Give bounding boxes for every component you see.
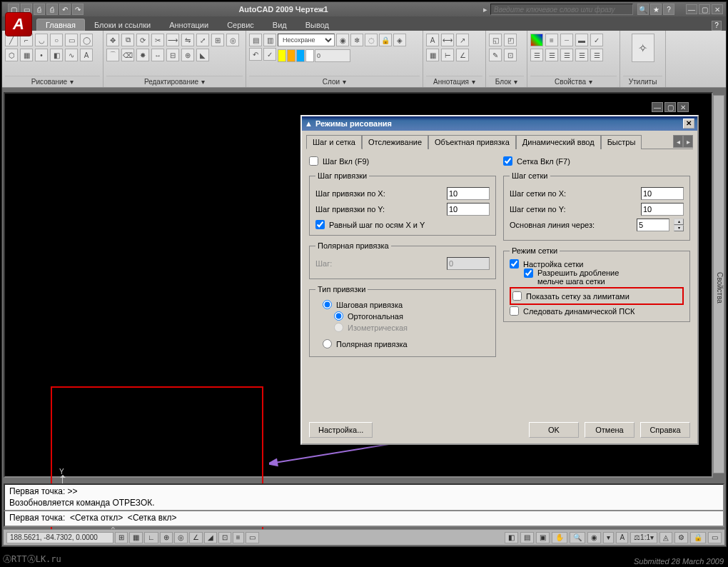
join-icon[interactable]: ⊕ (181, 49, 194, 61)
status-qp-icon[interactable]: ▭ (246, 532, 259, 543)
snap-ortho-radio[interactable] (334, 311, 343, 321)
block-attr-icon[interactable]: ⊡ (504, 49, 517, 61)
erase-icon[interactable]: ⌫ (121, 49, 134, 61)
follow-ucs-checkbox[interactable] (510, 306, 519, 316)
grid-on-checkbox[interactable] (503, 156, 512, 166)
qat-undo-icon[interactable]: ↶ (59, 4, 71, 15)
tab-quick[interactable]: Быстры (601, 135, 642, 149)
layer-lock2-icon[interactable] (296, 49, 305, 62)
layer-bulb-icon[interactable] (278, 49, 286, 62)
tab-blocks[interactable]: Блоки и ссылки (85, 19, 160, 31)
fillet-icon[interactable]: ⌒ (106, 49, 119, 61)
status-wheel-icon[interactable]: ◉ (587, 532, 601, 543)
tab-dyninput[interactable]: Динамический ввод (516, 135, 601, 149)
spline-icon[interactable]: ∿ (65, 49, 78, 61)
dimension-icon[interactable]: ⟷ (441, 34, 454, 46)
tab-view[interactable]: Вид (263, 19, 296, 31)
status-lwt-icon[interactable]: ≡ (233, 532, 244, 543)
adaptive-grid-checkbox[interactable] (510, 259, 519, 269)
status-pan-icon[interactable]: ✋ (552, 532, 567, 543)
layer-lock-icon[interactable]: 🔒 (379, 34, 392, 46)
hexagon-icon[interactable]: ⬡ (5, 49, 18, 61)
linetype-icon[interactable]: ┄ (560, 34, 573, 46)
search-icon[interactable]: 🔍 (637, 4, 649, 15)
status-scale[interactable]: ⚖ 1:1 ▾ (630, 532, 657, 543)
props-list5-icon[interactable]: ☰ (590, 49, 603, 61)
snap-on-checkbox[interactable] (309, 156, 318, 166)
dialog-close-button[interactable]: ✕ (683, 119, 694, 129)
block-create-icon[interactable]: ◰ (504, 34, 517, 46)
props-list3-icon[interactable]: ☰ (560, 49, 573, 61)
layer-color-icon[interactable] (305, 49, 314, 62)
region-icon[interactable]: ◧ (50, 49, 63, 61)
snap-y-input[interactable] (447, 203, 490, 216)
status-model-icon[interactable]: ◧ (505, 532, 518, 543)
block-edit-icon[interactable]: ✎ (489, 49, 502, 61)
doc-maximize-button[interactable]: ▢ (664, 102, 676, 112)
status-ducs-icon[interactable]: ◢ (204, 532, 217, 543)
favorite-icon[interactable]: ★ (650, 4, 662, 15)
status-annovis-icon[interactable]: ◬ (659, 532, 672, 543)
hatch-icon[interactable]: ▦ (20, 49, 33, 61)
ok-button[interactable]: OK (529, 422, 579, 438)
status-snap-icon[interactable]: ⊞ (115, 532, 128, 543)
point-icon[interactable]: • (35, 49, 48, 61)
explode-icon[interactable]: ✸ (136, 49, 149, 61)
array-icon[interactable]: ⊞ (211, 34, 224, 46)
offset-icon[interactable]: ◎ (226, 34, 239, 46)
layer-freeze-icon[interactable]: ❄ (350, 34, 363, 46)
match-props-icon[interactable]: ✓ (590, 34, 603, 46)
layer-zero[interactable]: 0 (315, 49, 350, 62)
arc-icon[interactable]: ◡ (35, 34, 48, 46)
status-dyn-icon[interactable]: ⊡ (218, 532, 231, 543)
doc-close-button[interactable]: ✕ (677, 102, 689, 112)
block-insert-icon[interactable]: ◱ (489, 34, 502, 46)
rect-icon[interactable]: ▭ (65, 34, 78, 46)
tab-scroll-right-icon[interactable]: ▸ (683, 135, 693, 148)
text-icon[interactable]: A (80, 49, 93, 61)
break-icon[interactable]: ⊟ (166, 49, 179, 61)
circle-icon[interactable]: ○ (50, 34, 63, 46)
layer-prev-icon[interactable]: ↶ (249, 48, 262, 61)
tab-annotations[interactable]: Аннотации (160, 19, 218, 31)
copy-icon[interactable]: ⧉ (121, 34, 134, 46)
props-list2-icon[interactable]: ☰ (545, 49, 558, 61)
tab-tracking[interactable]: Отслеживание (362, 135, 428, 149)
grid-beyond-limits-checkbox[interactable] (512, 291, 522, 301)
mtext-icon[interactable]: A (426, 34, 439, 46)
chevron-down-icon[interactable]: ▾ (589, 78, 592, 86)
layer-props-icon[interactable]: ▤ (249, 34, 262, 46)
status-ortho-icon[interactable]: ∟ (144, 532, 158, 543)
stretch-icon[interactable]: ↔ (151, 49, 164, 61)
qat-print-icon[interactable]: ⎙ (46, 4, 58, 15)
status-zoom-icon[interactable]: 🔍 (570, 532, 585, 543)
lineweight-icon[interactable]: ≡ (545, 34, 558, 46)
chevron-down-icon[interactable]: ▾ (343, 78, 346, 86)
equal-xy-checkbox[interactable] (315, 220, 325, 229)
qat-save-icon[interactable]: ⎙ (34, 4, 45, 15)
extend-icon[interactable]: ⟶ (166, 34, 179, 46)
help-button[interactable]: Справка (640, 422, 690, 438)
move-icon[interactable]: ✥ (106, 34, 119, 46)
grid-y-input[interactable] (641, 203, 684, 216)
chevron-down-icon[interactable]: ▾ (514, 78, 517, 86)
chevron-down-icon[interactable]: ▾ (70, 78, 74, 86)
grid-x-input[interactable] (641, 187, 684, 200)
props-list4-icon[interactable]: ☰ (575, 49, 588, 61)
app-logo[interactable]: A (5, 12, 32, 36)
utilities-icon[interactable]: ✧ (632, 34, 654, 62)
maximize-button[interactable]: ▢ (699, 4, 710, 14)
subdivide-checkbox[interactable] (524, 269, 533, 278)
status-showhide-icon[interactable]: ▾ (603, 532, 614, 543)
status-lock-icon[interactable]: 🔒 (690, 532, 706, 543)
status-osnap-icon[interactable]: ◎ (174, 532, 188, 543)
spinner-down-icon[interactable]: ▾ (674, 225, 684, 231)
command-line[interactable]: Первая точка: <Сетка откл> <Сетка вкл> (4, 511, 724, 527)
leader-icon[interactable]: ↗ (456, 34, 469, 46)
tab-osnap[interactable]: Объектная привязка (428, 135, 516, 149)
close-button[interactable]: ✕ (712, 4, 723, 14)
layer-combo[interactable]: Несохране (278, 34, 335, 46)
snap-type-polar-radio[interactable] (323, 339, 332, 348)
layer-make-icon[interactable]: ◈ (393, 34, 406, 46)
status-annoscale-icon[interactable]: A (616, 532, 628, 543)
